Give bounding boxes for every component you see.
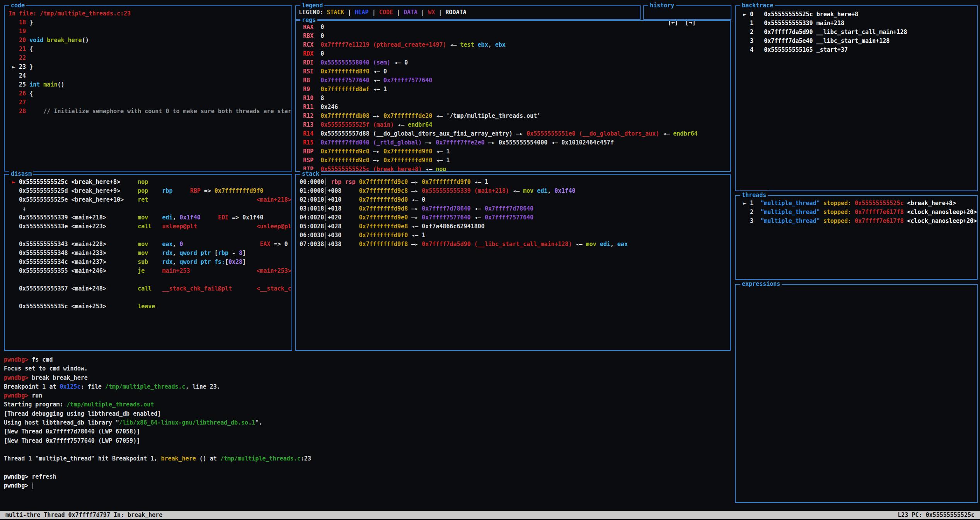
registers-list-line: R9 0x7fffffffd8af ◂— 1 xyxy=(300,85,726,94)
disassembly-listing-line: 0x555555555343 <main+228> mov eax, 0 EAX… xyxy=(9,240,288,249)
threads-list: ► 1 "multiple_thread" stopped: 0x5555555… xyxy=(736,196,977,279)
registers-list-line: RDX 0 xyxy=(300,49,726,58)
gdb-console-line: Starting program: /tmp/multiple_threads.… xyxy=(4,400,731,409)
status-bar-left: multi-thre Thread 0x7ffff7d797 In: break… xyxy=(5,511,162,519)
backtrace-list-line: 1 0x555555555339 main+218 xyxy=(740,19,973,28)
gdb-console-line: pwndbg> run xyxy=(4,391,731,400)
stack-listing-line: 07:0038│+038 0x7fffffffd9f8 —▸ 0x7ffff7d… xyxy=(300,240,726,249)
code-source-view-line: 28 // Initialize semaphore with count 0 … xyxy=(9,107,288,116)
gdb-console-line: Focus set to cmd window. xyxy=(4,364,731,373)
gdb-console-line xyxy=(4,464,731,472)
code-source-view-line: 20 void break_here() xyxy=(9,36,288,45)
disassembly-listing-line: ► 0x55555555525c <break_here+8> nop xyxy=(9,178,288,187)
disassembly-listing-line xyxy=(9,275,288,284)
registers-list-line: R15 0x7ffff7ffd040 (_rtld_global) —▸ 0x7… xyxy=(300,138,726,147)
code-source-view-line: 27 xyxy=(9,98,288,107)
stack-listing-line: 04:0020│+020 0x7fffffffd9e0 —▸ 0x7ffff75… xyxy=(300,213,726,222)
disassembly-listing-line xyxy=(9,231,288,240)
disassembly-listing-line: 0x55555555525e <break_here+10> ret <main… xyxy=(9,195,288,204)
threads-list-line: 2 "multiple_thread" stopped: 0x7ffff7e61… xyxy=(740,208,973,217)
backtrace-list: ► 0 0x55555555525c break_here+8 1 0x5555… xyxy=(736,6,977,190)
status-bar: multi-thre Thread 0x7ffff7d797 In: break… xyxy=(0,511,980,519)
stack-listing-line: 01:0008│+008 0x7fffffffd9c8 —▸ 0x5555555… xyxy=(300,187,726,195)
stack-listing-line: 06:0030│+030 0x7fffffffd9f0 ◂— 1 xyxy=(300,231,726,240)
disassembly-listing-line: 0x555555555339 <main+218> mov edi, 0x1f4… xyxy=(9,213,288,222)
registers-list-line: R10 8 xyxy=(300,94,726,103)
console-cursor xyxy=(32,483,32,489)
threads-list-line: 3 "multiple_thread" stopped: 0x7ffff7e61… xyxy=(740,217,973,226)
gdb-console-line: pwndbg> break break_here xyxy=(4,374,731,382)
code-source-view-line: 25 int main() xyxy=(9,80,288,89)
code-panel: code In file: /tmp/multiple_threads.c:23… xyxy=(4,5,292,172)
registers-list: RAX 0 RBX 0 RCX 0x7ffff7e11219 (pthread_… xyxy=(296,21,730,171)
registers-list-line: RCX 0x7ffff7e11219 (pthread_create+1497)… xyxy=(300,41,726,49)
gdb-console-line: [New Thread 0x7ffff7d78640 (LWP 67058)] xyxy=(4,427,731,436)
registers-list-line: R13 0x55555555525f (main) ◂— endbr64 xyxy=(300,121,726,129)
gdb-console-line: Using host libthread_db library "/lib/x8… xyxy=(4,418,731,427)
stack-listing: 00:0000│ rbp rsp 0x7fffffffd9c0 —▸ 0x7ff… xyxy=(296,175,730,350)
legend-row: LEGEND: STACK | HEAP | CODE | DATA | WX … xyxy=(296,6,640,19)
code-source-view-line: 24 xyxy=(9,71,288,80)
gdb-console-line: pwndbg> refresh xyxy=(4,472,731,481)
expressions-panel: expressions xyxy=(735,284,978,503)
disassembly-panel: disasm ► 0x55555555525c <break_here+8> n… xyxy=(4,174,292,351)
gdb-console-line: [New Thread 0x7ffff7577640 (LWP 67059)] xyxy=(4,437,731,445)
threads-panel-title: threads xyxy=(740,191,768,200)
gdb-console-line: Breakpoint 1 at 0x125c: file /tmp/multip… xyxy=(4,382,731,391)
code-source-view-line: In file: /tmp/multiple_threads.c:23 xyxy=(9,9,288,18)
code-source-view-line: ► 23 } xyxy=(9,63,288,71)
code-source-view-line: 19 xyxy=(9,27,288,36)
registers-panel-title: regs xyxy=(300,16,317,25)
registers-list-line: R11 0x246 xyxy=(300,103,726,112)
backtrace-panel-title: backtrace xyxy=(740,1,775,10)
registers-list-line: RAX 0 xyxy=(300,23,726,32)
registers-list-line: RDI 0x555555558040 (sem) ◂— 0 xyxy=(300,58,726,67)
code-source-view-line: 26 { xyxy=(9,89,288,98)
stack-listing-line: 00:0000│ rbp rsp 0x7fffffffd9c0 —▸ 0x7ff… xyxy=(300,178,726,187)
gdb-console-line: Thread 1 "multiple_thread" hit Breakpoin… xyxy=(4,454,731,463)
legend-panel: legend LEGEND: STACK | HEAP | CODE | DAT… xyxy=(295,5,641,20)
registers-list-line: R14 0x555555557d88 (__do_global_dtors_au… xyxy=(300,129,726,138)
history-panel-title: history xyxy=(648,1,676,10)
code-source-view: In file: /tmp/multiple_threads.c:23 18 }… xyxy=(5,6,291,171)
disassembly-listing: ► 0x55555555525c <break_here+8> nop 0x55… xyxy=(5,175,291,350)
history-panel: history [←] [→] xyxy=(643,5,731,20)
registers-list-line: R12 0x7fffffffdb08 —▸ 0x7fffffffde20 ◂— … xyxy=(300,112,726,121)
legend-panel-title: legend xyxy=(300,1,324,10)
code-panel-title: code xyxy=(9,1,26,10)
registers-list-line: RBX 0 xyxy=(300,32,726,41)
status-bar-right: L23 PC: 0x55555555525c xyxy=(898,511,975,519)
code-source-view-line: 21 { xyxy=(9,45,288,54)
code-source-view-line: 22 xyxy=(9,54,288,63)
pwndbg-debugger-screen: code In file: /tmp/multiple_threads.c:23… xyxy=(0,0,980,520)
threads-panel: threads ► 1 "multiple_thread" stopped: 0… xyxy=(735,195,978,280)
expressions-list xyxy=(736,285,977,502)
gdb-console[interactable]: pwndbg> fs cmdFocus set to cmd window.pw… xyxy=(4,355,731,490)
disassembly-panel-title: disasm xyxy=(9,170,33,178)
backtrace-list-line: ► 0 0x55555555525c break_here+8 xyxy=(740,10,973,19)
registers-list-line: RSP 0x7fffffffd9c0 —▸ 0x7fffffffd9f0 ◂— … xyxy=(300,156,726,165)
registers-list-line: R8 0x7ffff7577640 ◂— 0x7ffff7577640 xyxy=(300,76,726,85)
registers-list-line: RSI 0x7fffffffd8f0 ◂— 0 xyxy=(300,67,726,76)
expressions-panel-title: expressions xyxy=(740,280,782,289)
stack-panel: stack 00:0000│ rbp rsp 0x7fffffffd9c0 —▸… xyxy=(295,174,731,351)
registers-panel: regs RAX 0 RBX 0 RCX 0x7ffff7e11219 (pth… xyxy=(295,20,731,172)
disassembly-listing-line xyxy=(9,293,288,302)
registers-list-line: RIP 0x55555555525c (break_here+8) ◂— nop xyxy=(300,165,726,171)
backtrace-list-line: 4 0x555555555165 _start+37 xyxy=(740,46,973,54)
threads-list-line: ► 1 "multiple_thread" stopped: 0x5555555… xyxy=(740,199,973,208)
stack-panel-title: stack xyxy=(300,170,321,178)
disassembly-listing-line: 0x555555555355 <main+246> je main+253 <m… xyxy=(9,267,288,275)
gdb-console-line: [Thread debugging using libthread_db ena… xyxy=(4,410,731,418)
gdb-console-line: pwndbg> fs cmd xyxy=(4,355,731,364)
code-source-view-line: 18 } xyxy=(9,18,288,27)
backtrace-list-line: 3 0x7ffff7da5e40 __libc_start_main+128 xyxy=(740,37,973,46)
stack-listing-line: 03:0018│+018 0x7fffffffd9d8 —▸ 0x7ffff7d… xyxy=(300,204,726,213)
gdb-console-line: pwndbg> xyxy=(4,481,731,490)
disassembly-listing-line: 0x555555555348 <main+233> mov rdx, qword… xyxy=(9,249,288,258)
backtrace-list-line: 2 0x7ffff7da5d90 __libc_start_call_main+… xyxy=(740,28,973,37)
disassembly-listing-line: 0x55555555525d <break_here+9> pop rbp RB… xyxy=(9,187,288,195)
disassembly-listing-line: 0x55555555534c <main+237> sub rdx, qword… xyxy=(9,258,288,267)
legend-row-line: LEGEND: STACK | HEAP | CODE | DATA | WX … xyxy=(299,7,637,17)
disassembly-listing-line: ↓ xyxy=(9,204,288,213)
